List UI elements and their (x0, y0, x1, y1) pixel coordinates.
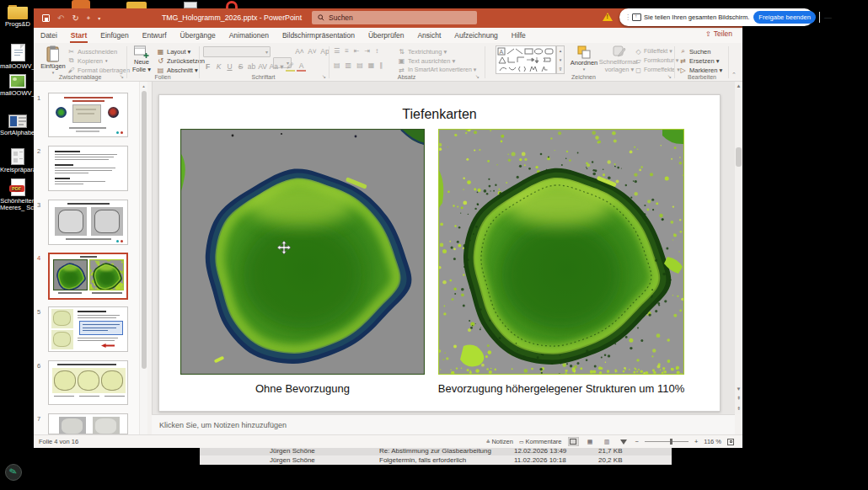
slide-editing-area[interactable]: Tiefenkarten Ohne Bevorzugung Bevorzugun… (152, 82, 735, 414)
shape-fill-button[interactable]: ◇Fülleffekt ▾ (635, 47, 680, 56)
shadow-button[interactable]: ab (247, 62, 256, 71)
notes-area[interactable]: Klicken Sie, um Notizen hinzuzufügen (152, 414, 735, 434)
cut-button[interactable]: ✂Ausschneiden (67, 47, 130, 56)
section-button[interactable]: ▤Abschnitt ▾ (157, 66, 205, 74)
slide-thumbnail-3[interactable] (48, 200, 128, 245)
undo-icon[interactable]: ↶ (57, 13, 64, 23)
shape-gallery[interactable]: A ▴▾⊽ (496, 45, 556, 74)
depth-map-image-right[interactable] (438, 129, 684, 375)
slide-thumbnail-6[interactable] (48, 360, 128, 405)
indent-inc-button[interactable]: ⇥ (365, 47, 371, 55)
desktop-icon-screenshot[interactable]: SortAlphabeti (0, 115, 35, 136)
slide-title[interactable]: Tiefenkarten (159, 107, 720, 122)
previous-slide-button[interactable]: ⇞ (735, 394, 742, 403)
zoom-in-button[interactable]: + (694, 438, 698, 445)
line-spacing-button[interactable]: ↕ (375, 47, 378, 55)
caption-left[interactable]: Ohne Bevorzugung (180, 382, 425, 395)
next-slide-button[interactable]: ⇟ (735, 404, 742, 413)
redo-icon[interactable]: ↻ (72, 13, 78, 23)
justify-button[interactable]: ▦ (368, 61, 375, 69)
numbering-button[interactable]: ≡ (345, 47, 349, 55)
find-button[interactable]: ⌕Suchen (679, 47, 722, 56)
tab-entwurf[interactable]: Entwurf (136, 28, 174, 43)
copy-button[interactable]: ⧉Kopieren▾ (67, 56, 130, 65)
desktop-icon-pen[interactable]: ✎ (5, 464, 22, 481)
desktop-icon-fragment[interactable] (72, 0, 90, 8)
align-text-button[interactable]: ▣Text ausrichten ▾ (398, 56, 476, 65)
desktop-icon-gray-doc[interactable]: Kreispräparate (0, 148, 35, 173)
share-button[interactable]: ⇪ Teilen (705, 29, 732, 38)
desktop-icon-document[interactable]: mailOOWV_20 (0, 44, 35, 70)
desktop-icon-fragment[interactable] (126, 2, 147, 8)
arrange-button[interactable]: Anordnen ▾ (570, 45, 598, 72)
normal-view-button[interactable] (568, 437, 579, 446)
collapse-ribbon-icon[interactable]: ⌃ (731, 72, 737, 78)
search-input[interactable]: Suchen (312, 11, 477, 24)
slide-thumbnail-7[interactable] (48, 413, 128, 434)
align-center-button[interactable]: ▥ (346, 61, 352, 69)
tab-uebergaenge[interactable]: Übergänge (174, 28, 222, 43)
desktop-icon-fragment[interactable] (226, 1, 238, 8)
tab-datei[interactable]: Datei (34, 28, 64, 43)
bold-button[interactable]: F (203, 62, 212, 71)
shrink-font-button[interactable]: A˅ (308, 47, 317, 56)
tab-aufzeichnung[interactable]: Aufzeichnung (447, 28, 505, 43)
tab-ueberpruefen[interactable]: Überprüfen (362, 28, 411, 43)
slideshow-view-button[interactable] (619, 437, 630, 446)
slide-sorter-view-button[interactable]: ▦ (585, 437, 596, 446)
layout-button[interactable]: ▦Layout ▾ (157, 47, 205, 56)
thumbnail-scrollbar[interactable]: ▴ (139, 82, 147, 434)
strikethrough-button[interactable]: S (236, 62, 245, 71)
align-left-button[interactable]: ▤ (334, 61, 340, 69)
slide-thumbnail-2[interactable] (48, 146, 128, 191)
depth-map-image-left[interactable] (180, 129, 425, 375)
tab-hilfe[interactable]: Hilfe (505, 28, 533, 43)
desktop-icon-folder[interactable]: Progs&D (0, 5, 35, 28)
quick-styles-button[interactable]: Schnellformat- vorlagen ▾ (602, 45, 637, 73)
font-name-select[interactable] (203, 46, 271, 57)
paragraph-dialog-launcher[interactable]: ↘ (475, 73, 480, 79)
text-direction-button[interactable]: ⇅Textrichtung ▾ (398, 47, 476, 56)
slide-canvas[interactable]: Tiefenkarten Ohne Bevorzugung Bevorzugun… (158, 94, 721, 412)
drawing-dialog-launcher[interactable]: ↘ (667, 73, 672, 79)
save-icon[interactable] (42, 14, 50, 22)
replace-button[interactable]: ⇄Ersetzen ▾ (679, 56, 722, 65)
char-spacing-button[interactable]: AV (258, 62, 267, 71)
slide-thumbnail-1[interactable] (48, 93, 128, 137)
clipboard-dialog-launcher[interactable]: ↘ (120, 73, 124, 79)
underline-button[interactable]: U (225, 62, 234, 71)
caption-right[interactable]: Bevorzugung höhergelegener Strukturen um… (410, 382, 713, 395)
desktop-icon-pdf[interactable]: PDF Schönheiten Meeres_ Schö (0, 178, 35, 211)
paste-button[interactable]: Einfügen ▾ (40, 45, 66, 75)
select-button[interactable]: ▷Markieren ▾ (679, 66, 722, 74)
fit-to-window-icon[interactable] (727, 439, 734, 445)
comments-toggle[interactable]: ▭Kommentare (519, 438, 562, 445)
stop-sharing-button[interactable]: Freigabe beenden (753, 11, 816, 24)
bullets-button[interactable]: ☰ (334, 47, 340, 55)
tab-einfuegen[interactable]: Einfügen (94, 28, 136, 43)
slide-thumbnail-4[interactable] (48, 253, 128, 300)
zoom-level[interactable]: 116 % (704, 438, 721, 445)
indent-dec-button[interactable]: ⇤ (354, 47, 360, 55)
smartart-button[interactable]: ⇄In SmartArt konvertieren ▾ (398, 66, 476, 74)
shape-effects-button[interactable]: ◻Formeffekte ▾ (635, 66, 680, 74)
shape-gallery-scroll[interactable]: ▴▾⊽ (556, 45, 565, 74)
tab-start[interactable]: Start (64, 28, 94, 43)
change-case-button[interactable]: Aa ▾ (269, 62, 284, 71)
slide-thumbnail-5[interactable] (48, 306, 128, 352)
new-slide-button[interactable]: Neue Folie ▾ (130, 45, 153, 73)
align-right-button[interactable]: ▤ (356, 61, 363, 69)
shape-outline-button[interactable]: ▱Formkontur ▾ (635, 56, 680, 65)
font-dialog-launcher[interactable]: ↘ (322, 73, 326, 79)
columns-button[interactable]: ∥ (379, 61, 383, 69)
reset-button[interactable]: ↺Zurücksetzen (157, 56, 205, 65)
warning-icon[interactable] (603, 13, 613, 21)
font-color-button[interactable]: A (297, 61, 306, 72)
tab-ansicht[interactable]: Ansicht (410, 28, 447, 43)
highlight-button[interactable]: 🖉 (286, 61, 295, 72)
zoom-slider[interactable] (645, 441, 689, 442)
zoom-out-button[interactable]: − (635, 438, 639, 445)
touch-mode-icon[interactable]: ⌖ (87, 14, 91, 23)
tab-bildschirmpraesentation[interactable]: Bildschirmpräsentation (276, 28, 362, 43)
slide-scrollbar[interactable]: ▲ ▼ ⇞ ⇟ (735, 82, 742, 414)
